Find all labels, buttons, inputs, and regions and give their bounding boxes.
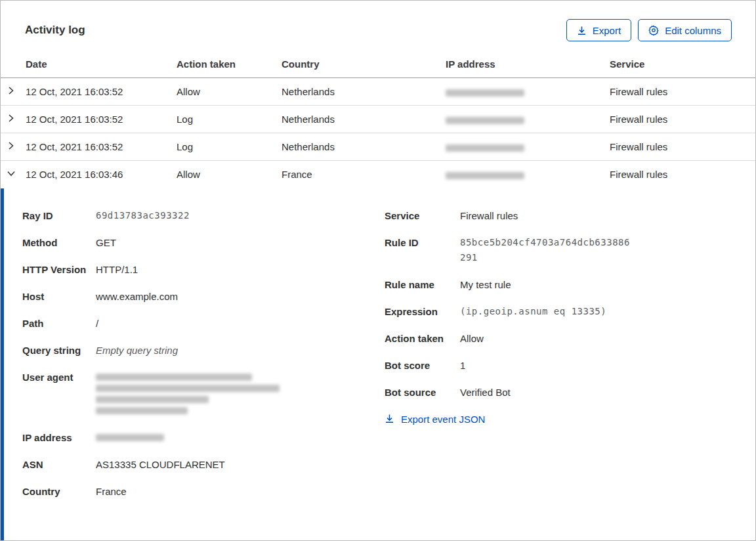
cell-action-taken: Log <box>177 106 282 133</box>
expanded-event-detail-panel: Ray ID69d13783ac393322MethodGETHTTP Vers… <box>1 188 755 541</box>
export-event-json-label: Export event JSON <box>401 414 485 425</box>
column-header-service: Service <box>610 56 755 78</box>
field-label: Method <box>22 235 96 250</box>
page-title: Activity log <box>25 24 85 37</box>
field-value-redacted <box>96 430 164 445</box>
field-label: Rule ID <box>385 235 460 265</box>
field-value: Firewall rules <box>460 208 518 223</box>
field-value: GET <box>96 235 116 250</box>
field-value: Allow <box>460 331 484 346</box>
field-label: Bot score <box>385 358 460 373</box>
topbar: Activity log Export Edit columns <box>1 1 755 56</box>
header-spacer <box>1 56 26 78</box>
cell-action-taken: Allow <box>177 161 282 188</box>
detail-left-field: CountryFrance <box>22 484 385 499</box>
activity-log-table: Date Action taken Country IP address Ser… <box>1 56 755 188</box>
field-label: Path <box>22 316 96 331</box>
row-expander-down-icon[interactable] <box>1 161 26 188</box>
detail-left-field: Path/ <box>22 316 385 331</box>
edit-columns-button[interactable]: Edit columns <box>638 19 732 41</box>
detail-right-field: Expression(ip.geoip.asnum eq 13335) <box>385 304 736 319</box>
field-label: HTTP Version <box>22 262 96 277</box>
detail-left-field: Query stringEmpty query string <box>22 343 385 358</box>
field-value: 69d13783ac393322 <box>96 208 190 223</box>
field-label: Country <box>22 484 96 499</box>
field-label: Query string <box>22 343 96 358</box>
export-button[interactable]: Export <box>566 19 631 41</box>
cell-ip-address-redacted <box>446 161 610 188</box>
cell-date: 12 Oct, 2021 16:03:52 <box>26 106 177 133</box>
field-value: AS13335 CLOUDFLARENET <box>96 457 225 472</box>
column-header-date: Date <box>26 56 177 78</box>
field-value: 85bce5b204cf4703a764dcb633886291 <box>460 235 632 265</box>
cell-date: 12 Oct, 2021 16:03:46 <box>26 161 177 188</box>
field-value: Empty query string <box>96 343 178 358</box>
toolbar-actions: Export Edit columns <box>566 19 732 41</box>
cell-ip-address-redacted <box>446 133 610 161</box>
table-header-row: Date Action taken Country IP address Ser… <box>1 56 755 78</box>
detail-right-field: Rule ID85bce5b204cf4703a764dcb633886291 <box>385 235 736 265</box>
activity-log-row[interactable]: 12 Oct, 2021 16:03:46AllowFranceFirewall… <box>1 161 755 188</box>
field-label: User agent <box>22 370 96 418</box>
field-value: Verified Bot <box>460 385 511 400</box>
field-label: Action taken <box>385 331 460 346</box>
field-value: 1 <box>460 358 465 373</box>
cell-date: 12 Oct, 2021 16:03:52 <box>26 133 177 161</box>
cell-ip-address-redacted <box>446 78 610 106</box>
field-label: Host <box>22 289 96 304</box>
edit-columns-button-label: Edit columns <box>665 25 721 36</box>
cell-date: 12 Oct, 2021 16:03:52 <box>26 78 177 106</box>
cell-country: France <box>282 161 446 188</box>
activity-log-card: Activity log Export Edit columns <box>0 0 756 541</box>
cell-country: Netherlands <box>282 133 446 161</box>
cell-service: Firewall rules <box>610 106 755 133</box>
detail-left-field: IP address <box>22 430 385 445</box>
cell-service: Firewall rules <box>610 78 755 106</box>
download-icon <box>577 26 587 35</box>
activity-log-row[interactable]: 12 Oct, 2021 16:03:52LogNetherlandsFirew… <box>1 106 755 133</box>
cell-service: Firewall rules <box>610 133 755 161</box>
gear-icon <box>648 25 659 35</box>
detail-left-field: Ray ID69d13783ac393322 <box>22 208 385 223</box>
cell-country: Netherlands <box>282 78 446 106</box>
export-button-label: Export <box>593 25 621 36</box>
detail-right-field: Bot score1 <box>385 358 736 373</box>
field-value: / <box>96 316 98 331</box>
activity-log-row[interactable]: 12 Oct, 2021 16:03:52AllowNetherlandsFir… <box>1 78 755 106</box>
activity-log-row[interactable]: 12 Oct, 2021 16:03:52LogNetherlandsFirew… <box>1 133 755 161</box>
field-label: ASN <box>22 457 96 472</box>
field-label: Service <box>385 208 460 223</box>
cell-action-taken: Allow <box>177 78 282 106</box>
download-icon <box>385 414 394 425</box>
row-expander-right-icon[interactable] <box>1 133 26 161</box>
detail-right-field: Bot sourceVerified Bot <box>385 385 736 400</box>
field-label: Ray ID <box>22 208 96 223</box>
field-value: My test rule <box>460 277 511 292</box>
field-value-redacted <box>96 370 280 418</box>
column-header-ip-address: IP address <box>446 56 610 78</box>
cell-action-taken: Log <box>177 133 282 161</box>
detail-left-field: User agent <box>22 370 385 418</box>
export-event-json-link[interactable]: Export event JSON <box>385 414 485 425</box>
row-expander-right-icon[interactable] <box>1 106 26 133</box>
field-value: www.example.com <box>96 289 178 304</box>
detail-right-field: ServiceFirewall rules <box>385 208 736 223</box>
detail-left-column: Ray ID69d13783ac393322MethodGETHTTP Vers… <box>22 208 385 541</box>
detail-right-column: ServiceFirewall rulesRule ID85bce5b204cf… <box>385 208 736 541</box>
field-value: (ip.geoip.asnum eq 13335) <box>460 304 632 319</box>
field-label: IP address <box>22 430 96 445</box>
detail-left-field: Hostwww.example.com <box>22 289 385 304</box>
field-value: HTTP/1.1 <box>96 262 138 277</box>
cell-country: Netherlands <box>282 106 446 133</box>
field-label: Bot source <box>385 385 460 400</box>
field-label: Expression <box>385 304 460 319</box>
field-label: Rule name <box>385 277 460 292</box>
row-expander-right-icon[interactable] <box>1 78 26 106</box>
detail-right-field: Rule nameMy test rule <box>385 277 736 292</box>
cell-service: Firewall rules <box>610 161 755 188</box>
column-header-country: Country <box>282 56 446 78</box>
detail-right-field: Action takenAllow <box>385 331 736 346</box>
detail-left-field: ASNAS13335 CLOUDFLARENET <box>22 457 385 472</box>
detail-left-field: HTTP VersionHTTP/1.1 <box>22 262 385 277</box>
field-value: France <box>96 484 127 499</box>
